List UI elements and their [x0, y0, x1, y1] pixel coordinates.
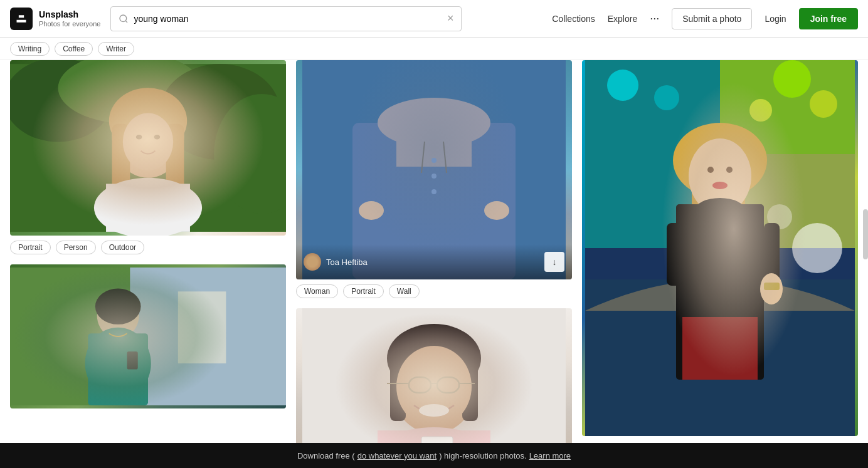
search-input[interactable]	[134, 14, 447, 24]
svg-point-66	[689, 138, 751, 214]
svg-point-41	[396, 346, 472, 427]
photo-image-4	[10, 264, 286, 408]
svg-rect-73	[764, 223, 780, 286]
login-button[interactable]: Login	[765, 14, 786, 24]
tag-wall[interactable]: Wall	[389, 284, 420, 298]
svg-rect-43	[437, 377, 459, 393]
svg-point-63	[673, 123, 767, 198]
svg-point-0	[120, 15, 127, 22]
photo-card-3[interactable]	[582, 60, 858, 436]
tag-woman[interactable]: Woman	[296, 284, 338, 298]
main-content: Portrait Person Outdoor	[0, 60, 868, 468]
logo-text: Unsplash Photos for everyone	[39, 9, 100, 28]
photo-2-overlay: Toa Heftiba ↓	[296, 244, 572, 279]
bottom-link-license[interactable]: do whatever you want	[357, 451, 437, 460]
svg-point-62	[767, 204, 792, 229]
tag-writing[interactable]: Writing	[10, 42, 50, 56]
nav-collections[interactable]: Collections	[552, 14, 595, 24]
svg-point-27	[378, 98, 490, 148]
tag-portrait-2[interactable]: Portrait	[343, 284, 384, 298]
photo-image-1	[10, 60, 286, 236]
photo-grid: Portrait Person Outdoor	[10, 60, 858, 468]
tag-writer[interactable]: Writer	[98, 42, 134, 56]
svg-point-35	[431, 189, 437, 194]
svg-point-74	[760, 273, 783, 304]
svg-point-4	[58, 60, 203, 124]
svg-rect-18	[178, 291, 226, 363]
svg-rect-70	[676, 204, 764, 380]
svg-rect-17	[130, 268, 286, 405]
svg-rect-72	[682, 317, 758, 380]
tag-coffee[interactable]: Coffee	[55, 42, 93, 56]
photo-card-2[interactable]: Toa Heftiba ↓	[296, 60, 572, 279]
svg-rect-65	[726, 160, 745, 286]
svg-point-7	[112, 94, 184, 178]
svg-point-59	[810, 90, 837, 118]
svg-rect-75	[764, 283, 780, 290]
search-icon	[119, 14, 129, 24]
svg-point-47	[419, 404, 449, 417]
scrollbar[interactable]	[863, 209, 868, 259]
logo[interactable]: Unsplash Photos for everyone	[10, 8, 100, 30]
svg-point-58	[773, 60, 811, 98]
svg-point-12	[136, 135, 142, 140]
svg-rect-23	[127, 351, 138, 370]
svg-point-38	[387, 324, 481, 393]
column-1: Portrait Person Outdoor	[10, 60, 286, 468]
svg-point-13	[154, 135, 161, 140]
join-button[interactable]: Join free	[799, 8, 858, 29]
photo-2-tags: Woman Portrait Wall	[296, 284, 572, 298]
svg-rect-42	[409, 377, 431, 393]
svg-rect-64	[692, 160, 711, 286]
svg-rect-39	[390, 358, 406, 421]
tag-person-1[interactable]: Person	[56, 241, 96, 254]
logo-sub: Photos for everyone	[39, 20, 100, 28]
svg-rect-9	[112, 124, 130, 208]
svg-rect-10	[166, 124, 184, 208]
svg-point-61	[792, 223, 842, 273]
svg-point-11	[123, 113, 173, 171]
bottom-text-mid: ) high-resolution photos.	[439, 451, 526, 460]
photo-1-tags: Portrait Person Outdoor	[10, 241, 286, 254]
search-clear-button[interactable]: ×	[447, 12, 454, 25]
svg-point-31	[359, 201, 384, 220]
submit-photo-button[interactable]: Submit a photo	[672, 8, 752, 29]
svg-point-56	[607, 70, 638, 101]
svg-rect-76	[667, 223, 682, 286]
svg-line-30	[443, 142, 447, 173]
svg-point-33	[431, 158, 437, 163]
svg-point-57	[654, 85, 679, 110]
photo-card-4[interactable]	[10, 264, 286, 408]
download-button-2[interactable]: ↓	[544, 252, 564, 272]
nav-explore[interactable]: Explore	[608, 14, 637, 24]
svg-point-8	[109, 88, 187, 153]
tag-outdoor-1[interactable]: Outdoor	[101, 241, 144, 254]
svg-point-21	[85, 328, 151, 400]
logo-name: Unsplash	[39, 9, 100, 20]
svg-point-6	[214, 94, 286, 214]
photo-card-1[interactable]	[10, 60, 286, 236]
svg-point-20	[95, 288, 141, 324]
tags-row: Writing Coffee Writer	[0, 38, 868, 60]
svg-rect-16	[10, 268, 286, 405]
svg-rect-54	[720, 154, 855, 248]
nav-more[interactable]: ···	[650, 12, 659, 25]
logo-icon	[10, 8, 33, 30]
svg-line-29	[421, 142, 425, 173]
bottom-link-learn[interactable]: Learn more	[529, 451, 571, 460]
svg-rect-53	[720, 60, 855, 154]
bottom-text-prefix: Download free (	[297, 451, 355, 460]
svg-point-67	[707, 167, 714, 173]
table-row	[582, 60, 858, 436]
nav-links: Collections Explore ··· Submit a photo L…	[552, 8, 858, 29]
svg-point-19	[97, 293, 139, 338]
svg-rect-52	[585, 60, 720, 248]
table-row: Portrait Person Outdoor	[10, 60, 286, 254]
column-3	[582, 60, 858, 468]
svg-rect-2	[10, 64, 286, 232]
svg-point-32	[484, 201, 509, 220]
author-name-2: Toa Heftiba	[326, 257, 368, 267]
column-2: Toa Heftiba ↓ Woman Portrait Wall	[296, 60, 572, 468]
tag-portrait-1[interactable]: Portrait	[10, 241, 51, 254]
svg-point-71	[695, 198, 745, 223]
